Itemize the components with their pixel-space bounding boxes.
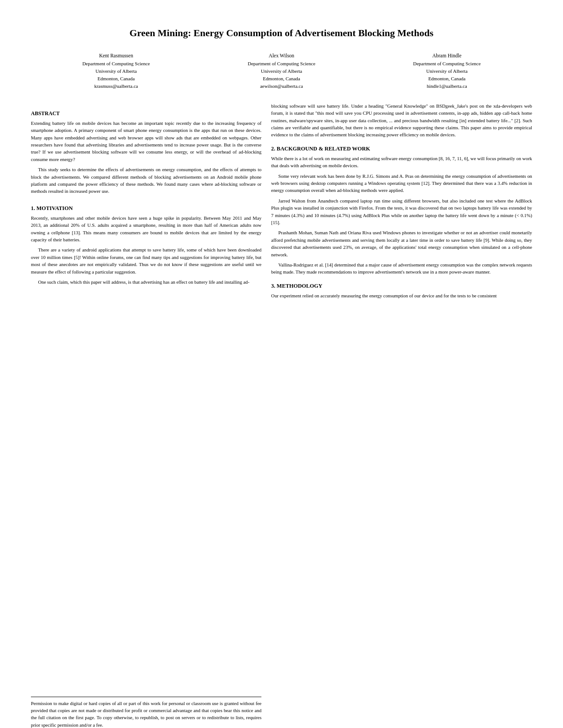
motivation-p3: One such claim, which this paper will ad… xyxy=(31,278,261,285)
author-2-dept: Department of Computing Science xyxy=(199,60,364,68)
abstract-title: ABSTRACT xyxy=(31,110,261,117)
right-column: blocking software will save battery life… xyxy=(271,102,532,728)
author-1-email: krasmuss@ualberta.ca xyxy=(34,83,199,90)
author-1-dept: Department of Computing Science xyxy=(34,60,199,68)
motivation-section: 1. MOTIVATION Recently, smartphones and … xyxy=(31,198,261,289)
motivation-title: 1. MOTIVATION xyxy=(31,205,261,212)
author-2: Alex Wilson Department of Computing Scie… xyxy=(199,52,364,90)
abstract-p1: Extending battery life on mobile devices… xyxy=(31,120,261,163)
left-column: ABSTRACT Extending battery life on mobil… xyxy=(31,102,261,728)
author-3: Abram Hindle Department of Computing Sci… xyxy=(364,52,530,90)
motivation-p1: Recently, smartphones and other mobile d… xyxy=(31,214,261,244)
main-content: ABSTRACT Extending battery life on mobil… xyxy=(31,102,532,728)
authors-section: Kent Rasmussen Department of Computing S… xyxy=(31,52,532,90)
right-p1: blocking software will save battery life… xyxy=(271,102,532,139)
section2-p2: Some very relevant work has been done by… xyxy=(271,173,532,194)
author-3-dept: Department of Computing Science xyxy=(364,60,530,68)
author-1: Kent Rasmussen Department of Computing S… xyxy=(34,52,199,90)
motivation-p2: There are a variety of android applicati… xyxy=(31,246,261,275)
section2-p3: Jarred Walton from Anandtech compared la… xyxy=(271,197,532,226)
author-2-email: aewilson@ualberta.ca xyxy=(199,83,364,90)
author-1-city: Edmonton, Canada xyxy=(34,75,199,83)
section2: 2. BACKGROUND & RELATED WORK While there… xyxy=(271,146,532,276)
author-2-university: University of Alberta xyxy=(199,68,364,75)
abstract-p2: This study seeks to determine the effect… xyxy=(31,166,261,195)
author-3-university: University of Alberta xyxy=(364,68,530,75)
author-1-university: University of Alberta xyxy=(34,68,199,75)
section3-title: 3. METHODOLOGY xyxy=(271,283,532,289)
author-3-city: Edmonton, Canada xyxy=(364,75,530,83)
section2-title: 2. BACKGROUND & RELATED WORK xyxy=(271,146,532,152)
section3: 3. METHODOLOGY Our experiment relied on … xyxy=(271,283,532,299)
section3-p1: Our experiment relied on accurately meas… xyxy=(271,292,532,299)
section2-p1: While there is a lot of work on measurin… xyxy=(271,155,532,169)
author-3-name: Abram Hindle xyxy=(364,52,530,60)
footnote-permission: Permission to make digital or hard copie… xyxy=(31,700,261,728)
section2-p4: Prashanth Mohan, Suman Nath and Oriana R… xyxy=(271,229,532,258)
section2-p5: Vallina-Rodriguez et al. [14] determined… xyxy=(271,261,532,276)
author-2-name: Alex Wilson xyxy=(199,52,364,60)
page-title: Green Mining: Energy Consumption of Adve… xyxy=(31,26,532,40)
author-2-city: Edmonton, Canada xyxy=(199,75,364,83)
author-3-email: hindle1@ualberta.ca xyxy=(364,83,530,90)
author-1-name: Kent Rasmussen xyxy=(34,52,199,60)
abstract-section: ABSTRACT Extending battery life on mobil… xyxy=(31,102,261,198)
footnote-area: Permission to make digital or hard copie… xyxy=(31,697,261,728)
